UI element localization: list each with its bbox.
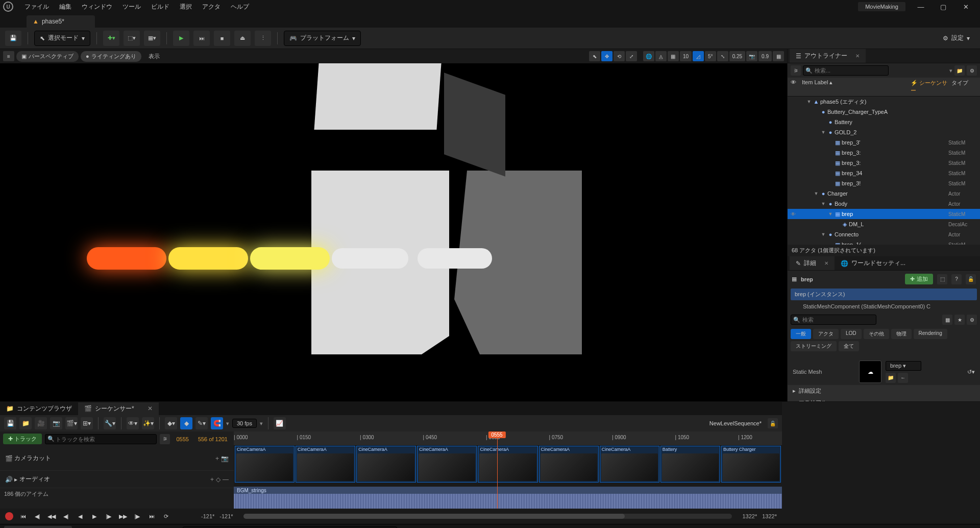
- details-search-input[interactable]: [791, 315, 876, 325]
- skip-button[interactable]: ⏭: [193, 31, 210, 46]
- menu-actor[interactable]: アクタ: [197, 1, 226, 13]
- camera-clip[interactable]: CineCameraA: [600, 446, 659, 483]
- lock-icon[interactable]: 🔓: [966, 274, 976, 284]
- grid-value[interactable]: 10: [680, 51, 692, 61]
- outliner-search-input[interactable]: [803, 65, 889, 76]
- perspective-button[interactable]: ▣ パースペクティブ: [16, 51, 79, 62]
- star-icon[interactable]: ★: [954, 315, 965, 325]
- rotate-tool[interactable]: ⟲: [614, 51, 625, 61]
- mesh-thumbnail[interactable]: ☁: [859, 361, 881, 383]
- autokey-toggle[interactable]: ◆: [180, 417, 192, 429]
- step-fwd-keyframe[interactable]: |▶: [133, 512, 142, 521]
- category-tab[interactable]: アクタ: [813, 329, 839, 339]
- menu-edit[interactable]: 編集: [54, 1, 77, 13]
- play-options-button[interactable]: ⋮: [255, 31, 271, 46]
- menu-file[interactable]: ファイル: [19, 1, 54, 13]
- step-back-button[interactable]: ◀◀: [47, 512, 56, 521]
- outliner-tab[interactable]: ☰ アウトライナー ✕: [790, 49, 866, 63]
- tree-row[interactable]: ▼●ConnectoActor: [788, 229, 980, 239]
- add-content-button[interactable]: ✚▾: [103, 31, 119, 46]
- tree-row[interactable]: ▼▲phase5 (エディタ): [788, 97, 980, 107]
- close-button[interactable]: ✕: [954, 0, 977, 13]
- step-fwd-button[interactable]: ▶▶: [118, 512, 128, 521]
- category-tab[interactable]: 一般: [791, 329, 811, 339]
- angle-snap-tool[interactable]: ◿: [693, 51, 704, 61]
- outliner-list[interactable]: ▼▲phase5 (エディタ)●Buttery_Charger_TypeA●Ba…: [788, 97, 980, 245]
- settings-icon[interactable]: ⚙: [967, 65, 977, 76]
- camera-clip[interactable]: CineCameraA: [356, 446, 416, 483]
- actions-button[interactable]: 🎬▾: [65, 417, 78, 429]
- browse-seq-button[interactable]: 📁: [19, 417, 32, 429]
- start-frame2[interactable]: -121*: [219, 513, 233, 519]
- tree-row[interactable]: ▼●BodyActor: [788, 199, 980, 209]
- add-icon[interactable]: +: [210, 476, 214, 483]
- content-drawer-button[interactable]: 📁 コンテンツドロワー: [4, 526, 72, 528]
- tree-row[interactable]: ●Buttery_Charger_TypeA: [788, 107, 980, 117]
- autokey-button[interactable]: ✨▾: [142, 417, 154, 429]
- end-frame2[interactable]: 1322*: [762, 513, 777, 519]
- loop-button[interactable]: ⟳: [161, 512, 170, 521]
- select-tool[interactable]: ⬉: [589, 51, 600, 61]
- tree-row[interactable]: ▦brep_3!StaticM: [788, 178, 980, 188]
- close-icon[interactable]: ✕: [148, 405, 153, 412]
- category-tab[interactable]: 全て: [839, 341, 859, 351]
- output-log-button[interactable]: 📋 アウトプットログ: [78, 526, 140, 528]
- menu-window[interactable]: ウィンドウ: [77, 1, 117, 13]
- play-button[interactable]: ▶: [173, 31, 189, 46]
- camera-clip[interactable]: Battery: [660, 446, 720, 483]
- mode-selector[interactable]: ⬉ 選択モード ▾: [34, 31, 90, 46]
- camera-clip[interactable]: CineCameraA: [478, 446, 537, 483]
- dash-icon[interactable]: —: [223, 476, 229, 483]
- tree-row[interactable]: ▦brep_3:StaticM: [788, 158, 980, 168]
- eye-icon[interactable]: 👁: [791, 79, 802, 94]
- keyframe-icon[interactable]: ◇: [216, 476, 220, 483]
- to-start-button[interactable]: ⏮: [18, 512, 28, 521]
- details-tab[interactable]: ✎ 詳細 ✕: [790, 256, 835, 270]
- record-button[interactable]: [5, 512, 13, 520]
- key-interp-button[interactable]: ◆▾: [165, 417, 177, 429]
- audio-clip[interactable]: BGM_strings: [234, 487, 782, 509]
- lighting-button[interactable]: ● ライティングあり: [81, 51, 141, 62]
- content-browser-tab[interactable]: 📁 コンテンツブラウザ: [0, 402, 78, 415]
- tree-row[interactable]: ▼●ChargerActor: [788, 188, 980, 199]
- tree-row[interactable]: ▦brep_34StaticM: [788, 168, 980, 178]
- wrench-button[interactable]: 🔧▾: [104, 417, 116, 429]
- snap-surface-tool[interactable]: ◬: [655, 51, 667, 61]
- playhead[interactable]: [497, 431, 498, 509]
- viewport-layout-tool[interactable]: ▦: [773, 51, 784, 61]
- menu-tools[interactable]: ツール: [117, 1, 146, 13]
- range-slider[interactable]: [243, 514, 732, 519]
- lock-icon[interactable]: 🔓: [768, 418, 778, 428]
- chevron-down-icon[interactable]: ▾: [972, 369, 975, 375]
- grid-icon[interactable]: ▦: [942, 315, 952, 325]
- play-reverse-button[interactable]: ◀: [76, 512, 85, 521]
- mesh-asset-selector[interactable]: brep ▾: [886, 361, 921, 371]
- tree-row[interactable]: ◈DM_LDecalAc: [788, 219, 980, 229]
- track-search-input[interactable]: [45, 434, 157, 444]
- stop-button[interactable]: ■: [214, 31, 230, 46]
- component-root[interactable]: brep (インスタンス): [791, 289, 977, 300]
- col-seq[interactable]: ⚡ シーケンサー: [911, 79, 951, 94]
- coord-tool[interactable]: 🌐: [643, 51, 654, 61]
- sequencer-tab[interactable]: 🎬 シーケンサー* ✕: [78, 402, 159, 415]
- menu-build[interactable]: ビルド: [146, 1, 175, 13]
- save-button[interactable]: 💾: [5, 31, 21, 46]
- snap-toggle[interactable]: 🧲: [211, 417, 223, 429]
- camera-value[interactable]: 0.9: [758, 51, 772, 61]
- chevron-down-icon[interactable]: ▾: [949, 67, 952, 74]
- camera-clip[interactable]: CineCameraA: [539, 446, 599, 483]
- chevron-down-icon[interactable]: ▾: [260, 420, 263, 427]
- tree-row[interactable]: ▦brep_3'StaticM: [788, 137, 980, 148]
- derived-data-button[interactable]: ☰ 派生データ ▾: [775, 526, 823, 528]
- platforms-button[interactable]: 🎮 プラットフォーム ▾: [284, 31, 361, 46]
- tree-row[interactable]: ▼●GOLD_2: [788, 127, 980, 137]
- camera-button[interactable]: 📷: [50, 417, 62, 429]
- folder-icon[interactable]: 📁: [954, 65, 965, 76]
- step-back-keyframe[interactable]: ◀|: [33, 512, 42, 521]
- cinematics-button[interactable]: ▦▾: [144, 31, 160, 46]
- close-icon[interactable]: ✕: [824, 260, 828, 266]
- filter-icon[interactable]: ⚞: [791, 65, 801, 76]
- col-item-label[interactable]: Item Label ▴: [802, 79, 911, 94]
- menu-help[interactable]: ヘルプ: [226, 1, 254, 13]
- scale-value[interactable]: 0.25: [729, 51, 745, 61]
